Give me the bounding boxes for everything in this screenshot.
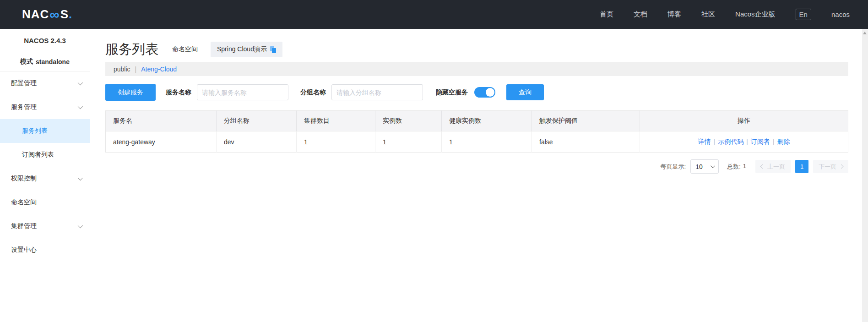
page-title: 服务列表 — [105, 40, 158, 59]
sidebar-item-settings-center[interactable]: 设置中心 — [0, 238, 90, 262]
table-row: ateng-gateway dev 1 1 1 false 详情|示例代码|订阅… — [106, 131, 848, 153]
prev-page-label: 上一页 — [767, 163, 785, 171]
current-page-button[interactable]: 1 — [795, 160, 808, 173]
logo-dot: . — [69, 7, 72, 22]
cell-healthy-count: 1 — [442, 131, 532, 153]
breadcrumb-current: public — [114, 65, 130, 73]
col-service-name: 服务名 — [106, 111, 217, 131]
chevron-down-icon — [78, 80, 83, 85]
col-healthy-instance-count: 健康实例数 — [442, 111, 532, 131]
sidebar-item-permission-control[interactable]: 权限控制 — [0, 167, 90, 191]
col-protect-threshold: 触发保护阈值 — [532, 111, 640, 131]
copy-icon[interactable] — [270, 46, 276, 53]
group-name-input[interactable] — [331, 84, 423, 100]
logo-text-prefix: NAC — [22, 7, 49, 22]
chevron-down-icon — [78, 175, 83, 180]
create-service-button[interactable]: 创建服务 — [105, 84, 156, 101]
language-switch-button[interactable]: En — [796, 9, 811, 20]
breadcrumb: public | Ateng-Cloud — [105, 62, 848, 76]
col-operations: 操作 — [640, 111, 848, 131]
sidebar-item-service-list[interactable]: 服务列表 — [0, 119, 90, 143]
hide-empty-service-label: 隐藏空服务 — [436, 88, 468, 97]
mode-value: standalone — [36, 58, 70, 65]
chevron-down-icon — [711, 164, 715, 168]
table-header-row: 服务名 分组名称 集群数目 实例数 健康实例数 触发保护阈值 操作 — [106, 111, 848, 131]
logo-text-suffix: S — [60, 7, 69, 22]
total-value: 1 — [743, 163, 746, 171]
nacos-version: NACOS 2.4.3 — [0, 29, 90, 52]
mode-row: 模式 standalone — [0, 52, 90, 71]
sidebar-item-label: 权限控制 — [11, 175, 37, 183]
cell-protect-threshold: false — [532, 131, 640, 153]
chevron-left-icon — [760, 164, 765, 169]
sidebar-item-config-management[interactable]: 配置管理 — [0, 71, 90, 95]
page-size-select[interactable]: 10 — [690, 159, 719, 174]
action-separator: | — [746, 138, 748, 145]
action-separator: | — [714, 138, 716, 145]
toolbar: 创建服务 服务名称 分组名称 隐藏空服务 查询 — [105, 84, 848, 101]
service-name-input[interactable] — [197, 84, 288, 100]
breadcrumb-link[interactable]: Ateng-Cloud — [141, 65, 177, 73]
page-size-label: 每页显示: — [661, 163, 686, 171]
topnav-links: 首页 文档 博客 社区 Nacos企业版 En nacos — [600, 9, 850, 20]
chevron-down-icon — [78, 223, 83, 228]
sidebar-item-subscriber-list[interactable]: 订阅者列表 — [0, 143, 90, 167]
sidebar-item-label: 集群管理 — [11, 222, 37, 230]
col-instance-count: 实例数 — [375, 111, 442, 131]
sample-code-link[interactable]: 示例代码 — [718, 138, 743, 145]
subscriber-link[interactable]: 订阅者 — [751, 138, 770, 145]
sidebar-item-label: 配置管理 — [11, 79, 37, 87]
action-separator: | — [773, 138, 775, 145]
sidebar-item-label: 命名空间 — [11, 198, 37, 207]
page-size-value: 10 — [695, 163, 703, 170]
hide-empty-service-toggle[interactable] — [474, 87, 495, 98]
service-name-label: 服务名称 — [166, 88, 191, 97]
cell-instance-count: 1 — [375, 131, 442, 153]
nav-community-link[interactable]: 社区 — [701, 10, 715, 19]
query-button[interactable]: 查询 — [506, 84, 544, 100]
current-user[interactable]: nacos — [831, 11, 850, 18]
namespace-tab[interactable]: Spring Cloud演示 — [211, 42, 282, 57]
nav-home-link[interactable]: 首页 — [600, 10, 613, 19]
cell-service-name: ateng-gateway — [106, 131, 217, 153]
sidebar-item-label: 服务管理 — [11, 103, 37, 111]
chevron-down-icon — [78, 104, 83, 109]
pagination: 每页显示: 10 总数: 1 上一页 1 下一页 — [105, 159, 848, 174]
delete-link[interactable]: 删除 — [777, 138, 790, 145]
next-page-label: 下一页 — [819, 163, 836, 171]
page-header: 服务列表 命名空间 Spring Cloud演示 — [105, 40, 848, 59]
total-label: 总数: — [727, 163, 741, 171]
detail-link[interactable]: 详情 — [698, 138, 711, 145]
nav-docs-link[interactable]: 文档 — [634, 10, 647, 19]
service-table: 服务名 分组名称 集群数目 实例数 健康实例数 触发保护阈值 操作 ateng-… — [105, 110, 848, 153]
nav-enterprise-link[interactable]: Nacos企业版 — [735, 10, 776, 19]
sidebar-item-label: 订阅者列表 — [22, 151, 54, 159]
total-count: 总数: 1 — [727, 163, 746, 171]
breadcrumb-separator: | — [135, 65, 137, 73]
infinity-icon: ∞ — [49, 7, 60, 22]
namespace-tab-label: Spring Cloud演示 — [217, 45, 267, 54]
mode-label: 模式 — [20, 58, 33, 66]
group-name-label: 分组名称 — [300, 88, 326, 97]
sidebar-item-namespace[interactable]: 命名空间 — [0, 191, 90, 214]
nacos-logo[interactable]: NAC∞S. — [22, 7, 72, 22]
prev-page-button[interactable]: 上一页 — [755, 160, 791, 173]
sidebar-item-label: 服务列表 — [22, 127, 48, 135]
top-navbar: NAC∞S. 首页 文档 博客 社区 Nacos企业版 En nacos — [0, 0, 868, 29]
scroll-up-arrow-icon[interactable] — [863, 32, 867, 34]
col-group-name: 分组名称 — [217, 111, 297, 131]
sidebar-item-service-management[interactable]: 服务管理 — [0, 95, 90, 119]
sidebar-item-label: 设置中心 — [11, 246, 37, 254]
nav-blog-link[interactable]: 博客 — [667, 10, 681, 19]
chevron-right-icon — [839, 164, 844, 169]
sidebar-item-cluster-management[interactable]: 集群管理 — [0, 214, 90, 238]
cell-operations: 详情|示例代码|订阅者|删除 — [640, 131, 848, 153]
cell-group-name: dev — [217, 131, 297, 153]
main-content: 服务列表 命名空间 Spring Cloud演示 public | Ateng-… — [90, 29, 868, 322]
next-page-button[interactable]: 下一页 — [813, 160, 848, 173]
toggle-knob — [486, 88, 494, 97]
sidebar: NACOS 2.4.3 模式 standalone 配置管理 服务管理 服务列表… — [0, 29, 90, 322]
col-cluster-count: 集群数目 — [297, 111, 375, 131]
namespace-label: 命名空间 — [172, 45, 198, 54]
vertical-scrollbar[interactable] — [862, 29, 868, 322]
